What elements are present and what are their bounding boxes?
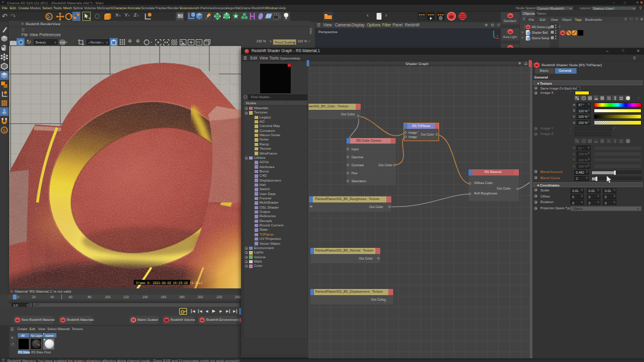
svg-text:x: x	[497, 34, 499, 37]
svg-text:Frame 0: 2021-08-02 16:23:10 (: Frame 0: 2021-08-02 16:23:10 (8.2%s)	[136, 282, 202, 285]
svg-text:RGB: RGB	[60, 41, 66, 44]
svg-text:S: S	[3, 128, 6, 133]
svg-text:PZ: PZ	[197, 41, 201, 44]
